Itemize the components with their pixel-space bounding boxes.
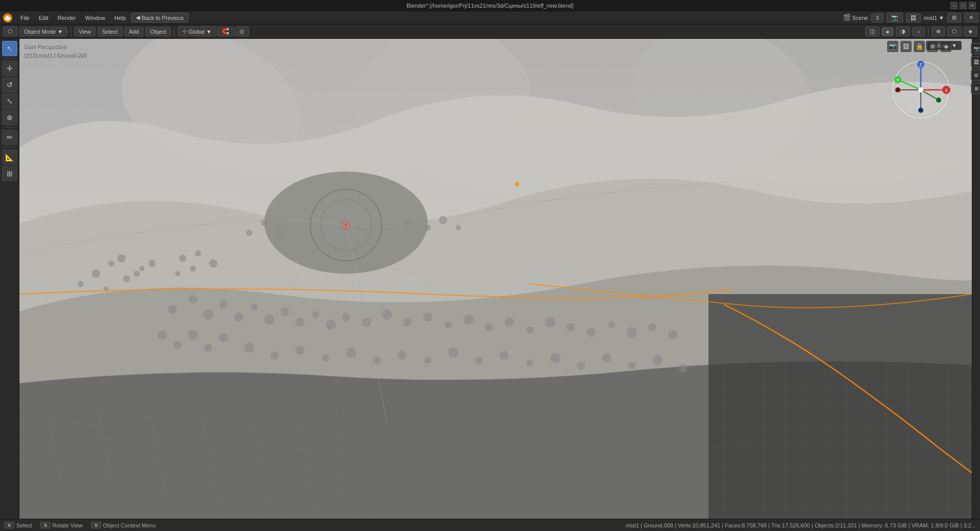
svg-point-47 — [264, 172, 428, 274]
menu-help[interactable]: Help — [110, 14, 130, 22]
minimize-button[interactable]: ─ — [950, 2, 958, 9]
overlay-controls[interactable]: ⊕ — [927, 41, 938, 52]
menu-file[interactable]: File — [16, 14, 34, 22]
svg-point-79 — [296, 318, 305, 327]
svg-point-97 — [648, 323, 656, 331]
viewport-shading-wireframe[interactable]: ◫ — [865, 27, 879, 36]
view-layer-name: mist1 — [924, 15, 937, 21]
scale-tool-button[interactable]: ⤡ — [2, 93, 17, 109]
select-status: 🖱 Select — [4, 522, 32, 528]
view-menu[interactable]: View — [74, 27, 95, 36]
svg-point-124 — [345, 224, 348, 227]
back-to-previous-button[interactable]: ◀ Back to Previous — [131, 13, 189, 22]
mode-chevron: ▼ — [57, 29, 63, 35]
left-tool-panel: ↖ ✛ ↺ ⤡ ⊕ ✏ 📐 ⊞ — [0, 39, 19, 519]
rotate-tool-button[interactable]: ↺ — [2, 77, 17, 92]
svg-point-117 — [577, 361, 585, 370]
add-cube-button[interactable]: ⊞ — [2, 166, 17, 181]
move-tool-button[interactable]: ✛ — [2, 61, 17, 76]
object-info-label: (212) mist1 | Ground.008 — [23, 51, 86, 59]
svg-point-108 — [346, 348, 356, 358]
svg-point-56 — [117, 254, 126, 262]
gizmo-toggle[interactable]: ⊕ — [932, 27, 945, 36]
3d-viewport[interactable]: X Y Z User Perspective (212) mist1 | Gro… — [19, 39, 972, 519]
snap-button[interactable]: 🧲 — [217, 27, 234, 36]
object-mode-button[interactable]: Object Mode ▼ — [19, 27, 67, 36]
render-layer-number[interactable]: 3 — [871, 13, 884, 22]
svg-point-66 — [277, 230, 282, 235]
perspective-label: User Perspective — [23, 42, 86, 51]
maximize-button[interactable]: □ — [960, 2, 967, 9]
close-button[interactable]: ✕ — [969, 2, 976, 9]
overlay-toggle[interactable]: ⬡ — [947, 27, 962, 36]
select-tool-button[interactable]: ↖ — [2, 41, 17, 56]
transform-chevron: ▼ — [206, 29, 212, 35]
viewport-lock-button[interactable]: 🔒 — [914, 41, 925, 52]
viewport-shading-material[interactable]: ◑ — [896, 27, 910, 36]
camera-view-btn[interactable]: 📷 — [971, 43, 981, 54]
separator-3 — [928, 27, 928, 37]
svg-point-92 — [545, 317, 555, 327]
select-menu[interactable]: Select — [97, 27, 122, 36]
camera-button[interactable]: 📷 — [887, 13, 903, 22]
editor-type-button[interactable]: ⬡ — [3, 27, 17, 36]
render-region-btn[interactable]: 🖼 — [971, 56, 981, 67]
render-stats: mist1 | Ground.008 | Verts:10,851,241 | … — [626, 522, 976, 528]
svg-point-110 — [398, 351, 407, 360]
blender-logo — [2, 12, 13, 23]
svg-point-121 — [679, 364, 687, 372]
node-editor-btn[interactable]: ⊞ — [971, 83, 981, 94]
add-menu[interactable]: Add — [125, 27, 144, 36]
viewport-shading-render[interactable]: ○ — [912, 27, 925, 36]
separator-1 — [70, 27, 71, 37]
annotate-tool-button[interactable]: ✏ — [2, 130, 17, 145]
xray-toggle[interactable]: ◈ — [964, 27, 977, 36]
svg-point-122 — [515, 182, 519, 186]
context-menu-label: Object Context Menu — [103, 522, 156, 528]
svg-point-72 — [189, 295, 197, 303]
transform-tool-button[interactable]: ⊕ — [2, 110, 17, 125]
global-transform-button[interactable]: ⊹ Global ▼ — [178, 27, 216, 36]
xray-button[interactable]: ◈ — [940, 41, 951, 52]
svg-point-99 — [158, 330, 167, 340]
window-controls[interactable]: ─ □ ✕ — [950, 2, 976, 9]
proportional-edit-button[interactable]: ◎ — [235, 27, 249, 36]
svg-point-106 — [296, 346, 305, 355]
options-chevron: ▼ — [951, 42, 957, 49]
close-editor-button[interactable]: ✕ — [964, 13, 978, 22]
render-button[interactable]: 🖼 — [906, 13, 921, 22]
object-menu[interactable]: Object — [145, 27, 171, 36]
status-bar: 🖱 Select 🖱 Rotate View 🖱 Object Context … — [0, 519, 980, 531]
navigation-gizmo[interactable]: X Y Z — [890, 59, 951, 120]
fullscreen-button[interactable]: ⊞ — [947, 13, 961, 22]
viewport-info: User Perspective (212) mist1 | Ground.00… — [23, 42, 86, 59]
svg-point-81 — [326, 320, 336, 330]
viewport-shading-solid[interactable]: ● — [881, 27, 894, 36]
svg-point-98 — [668, 330, 677, 340]
view-layer-chevron: ▼ — [939, 15, 944, 21]
context-mouse-icon: 🖱 — [91, 522, 101, 528]
global-label: Global — [188, 29, 205, 35]
menu-window[interactable]: Window — [81, 14, 109, 22]
svg-point-111 — [424, 357, 431, 364]
view-layer-selector[interactable]: mist1 ▼ — [924, 15, 944, 21]
right-panel-strip: 📷 🖼 ⚙ ⊞ — [972, 39, 980, 519]
svg-point-73 — [203, 309, 213, 320]
scene-collection-btn[interactable]: ⚙ — [971, 69, 981, 81]
svg-point-112 — [448, 348, 458, 358]
camera-persp-button[interactable]: 📷 — [887, 41, 898, 52]
render-preview-button[interactable]: 🖼 — [900, 41, 912, 52]
title-bar: Blender* [/home/igor/Prj/11vs21/res/3d/С… — [0, 0, 980, 11]
menu-edit[interactable]: Edit — [35, 14, 53, 22]
stats-display: mist1 | Ground.008 | Verts:10,851,241 | … — [626, 522, 976, 528]
svg-point-75 — [234, 312, 243, 322]
svg-point-67 — [404, 219, 411, 226]
measure-tool-button[interactable]: 📐 — [2, 150, 17, 165]
svg-point-51 — [108, 260, 114, 267]
svg-point-118 — [602, 353, 611, 363]
scene-selector[interactable]: 🎬 Scene — [843, 14, 868, 21]
svg-point-142 — [918, 108, 923, 113]
svg-point-61 — [209, 259, 217, 268]
menu-render[interactable]: Render — [54, 14, 80, 22]
viewport-display-tools: ◫ ● ◑ ○ ⊕ ⬡ ◈ — [865, 27, 977, 37]
